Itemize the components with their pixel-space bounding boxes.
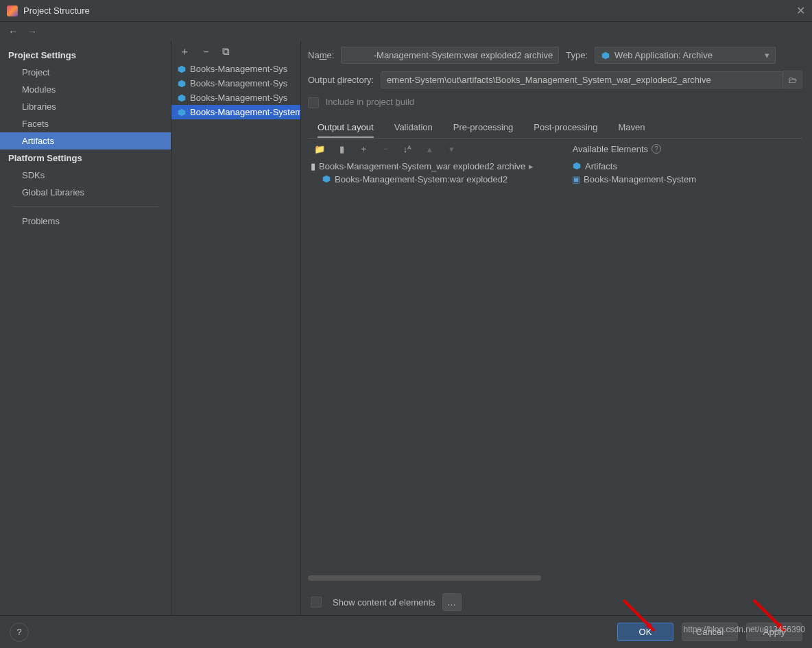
artifact-label: Books-Management-Sys bbox=[190, 78, 287, 88]
add-icon[interactable]: ＋ bbox=[180, 45, 190, 58]
section-project-settings: Project Settings bbox=[0, 47, 171, 64]
sidebar-item-sdks[interactable]: SDKs bbox=[0, 167, 171, 184]
name-label: Name: bbox=[308, 50, 334, 60]
archive-icon bbox=[177, 93, 187, 103]
artifact-list: Books-Management-Sys Books-Management-Sy… bbox=[171, 62, 300, 119]
svg-marker-5 bbox=[323, 176, 331, 183]
show-content-label: Show content of elements bbox=[333, 597, 435, 608]
move-up-icon[interactable]: ▴ bbox=[423, 143, 435, 155]
sidebar-item-problems[interactable]: Problems bbox=[0, 213, 171, 230]
tab-maven[interactable]: Maven bbox=[618, 118, 645, 138]
tab-output-layout[interactable]: Output Layout bbox=[318, 118, 374, 138]
forward-icon[interactable]: → bbox=[27, 26, 37, 37]
tab-pre-processing[interactable]: Pre-processing bbox=[453, 118, 513, 138]
watermark: https://blog.csdn.net/u013456390 bbox=[684, 625, 805, 634]
nav-bar: ← → bbox=[0, 22, 812, 41]
artifact-item[interactable]: Books-Management-Sys bbox=[171, 76, 300, 91]
type-value: Web Application: Archive bbox=[614, 50, 713, 60]
browse-folder-icon[interactable]: 🗁 bbox=[783, 71, 802, 88]
new-folder-icon[interactable]: 📁 bbox=[313, 143, 326, 155]
horizontal-scrollbar[interactable] bbox=[308, 575, 541, 581]
artifact-item-selected[interactable]: Books-Management-System:war exploded2 ar… bbox=[171, 105, 300, 119]
type-label: Type: bbox=[566, 50, 588, 60]
layout-toolbar: 📁 ▮ ＋ － ↓ᴬ ▴ ▾ Available Elements ? bbox=[308, 139, 802, 160]
available-artifacts-label: Artifacts bbox=[585, 161, 617, 171]
section-platform-settings: Platform Settings bbox=[0, 149, 171, 167]
sidebar-item-global-libraries[interactable]: Global Libraries bbox=[0, 184, 171, 201]
add-copy-icon[interactable]: ＋ bbox=[357, 143, 370, 155]
tree-child-label: Books-Management-System:war exploded2 bbox=[335, 174, 508, 184]
ok-button[interactable]: OK bbox=[617, 623, 673, 641]
sidebar-item-project[interactable]: Project bbox=[0, 64, 171, 81]
available-tree: Artifacts ▣ Books-Management-System bbox=[569, 160, 802, 573]
type-select[interactable]: Web Application: Archive ▾ bbox=[595, 47, 776, 64]
remove-icon[interactable]: － bbox=[201, 45, 211, 58]
archive-file-icon: ▮ bbox=[311, 161, 315, 171]
svg-marker-1 bbox=[178, 80, 186, 87]
available-project-label: Books-Management-System bbox=[584, 174, 696, 184]
artifact-toolbar: ＋ － ⧉ bbox=[171, 41, 300, 62]
outdir-input[interactable]: ement-System\out\artifacts\Books_Managem… bbox=[381, 71, 783, 88]
svg-marker-0 bbox=[178, 65, 186, 73]
artifact-label: Books-Management-System:war exploded2 ar… bbox=[190, 107, 300, 117]
checkbox-icon[interactable] bbox=[311, 597, 322, 608]
help-icon[interactable]: ? bbox=[652, 144, 661, 154]
svg-marker-4 bbox=[602, 51, 610, 59]
sidebar-item-libraries[interactable]: Libraries bbox=[0, 98, 171, 115]
artifact-list-panel: ＋ － ⧉ Books-Management-Sys Books-Managem… bbox=[171, 41, 300, 615]
available-elements-header: Available Elements ? bbox=[570, 143, 664, 156]
titlebar: Project Structure ✕ bbox=[0, 0, 812, 22]
available-artifacts[interactable]: Artifacts bbox=[569, 160, 802, 173]
name-input[interactable]: -Management-System:war exploded2 archive bbox=[341, 47, 559, 64]
close-icon[interactable]: ✕ bbox=[796, 4, 805, 17]
artifact-item[interactable]: Books-Management-Sys bbox=[171, 62, 300, 76]
tree-root-label: Books-Management-System_war exploded2 ar… bbox=[319, 161, 525, 171]
sidebar: Project Settings Project Modules Librari… bbox=[0, 41, 171, 615]
new-archive-icon[interactable]: ▮ bbox=[335, 143, 348, 155]
remove-entry-icon[interactable]: － bbox=[379, 143, 392, 155]
window-title: Project Structure bbox=[23, 5, 796, 16]
archive-icon bbox=[601, 51, 610, 60]
available-project[interactable]: ▣ Books-Management-System bbox=[569, 173, 802, 186]
module-icon: ▣ bbox=[572, 174, 580, 184]
tree-child[interactable]: Books-Management-System:war exploded2 bbox=[308, 173, 562, 186]
svg-marker-2 bbox=[178, 94, 186, 101]
tabs: Output Layout Validation Pre-processing … bbox=[308, 115, 802, 139]
archive-icon bbox=[322, 174, 331, 184]
archive-icon bbox=[177, 108, 187, 117]
chevron-down-icon: ▾ bbox=[765, 50, 769, 60]
archive-icon bbox=[177, 79, 187, 88]
artifact-label: Books-Management-Sys bbox=[190, 93, 287, 103]
tree-root[interactable]: ▮ Books-Management-System_war exploded2 … bbox=[308, 160, 562, 173]
move-down-icon[interactable]: ▾ bbox=[445, 143, 457, 155]
artifact-label: Books-Management-Sys bbox=[190, 64, 287, 74]
checkbox-icon[interactable] bbox=[308, 97, 319, 108]
tab-validation[interactable]: Validation bbox=[394, 118, 433, 138]
sidebar-item-artifacts[interactable]: Artifacts bbox=[0, 132, 171, 149]
outdir-label: Output directory: bbox=[308, 75, 374, 85]
artifacts-icon bbox=[572, 161, 582, 171]
svg-marker-3 bbox=[178, 108, 186, 116]
content-panel: Name: -Management-System:war exploded2 a… bbox=[300, 41, 812, 615]
more-button[interactable]: … bbox=[442, 593, 462, 611]
sort-icon[interactable]: ↓ᴬ bbox=[401, 143, 414, 155]
app-icon bbox=[7, 5, 18, 16]
archive-icon bbox=[177, 64, 187, 74]
include-build-row[interactable]: Include in project build bbox=[308, 95, 802, 110]
artifact-item[interactable]: Books-Management-Sys bbox=[171, 91, 300, 105]
sidebar-item-modules[interactable]: Modules bbox=[0, 81, 171, 98]
sidebar-item-facets[interactable]: Facets bbox=[0, 115, 171, 132]
tab-post-processing[interactable]: Post-processing bbox=[534, 118, 597, 138]
help-button[interactable]: ? bbox=[10, 623, 29, 642]
copy-icon[interactable]: ⧉ bbox=[222, 45, 230, 58]
svg-marker-6 bbox=[573, 163, 581, 170]
back-icon[interactable]: ← bbox=[8, 26, 18, 37]
include-build-label: Include in project build bbox=[326, 97, 414, 107]
divider bbox=[12, 206, 158, 207]
output-tree: ▮ Books-Management-System_war exploded2 … bbox=[308, 160, 562, 573]
expand-icon[interactable]: ▸ bbox=[529, 161, 534, 171]
